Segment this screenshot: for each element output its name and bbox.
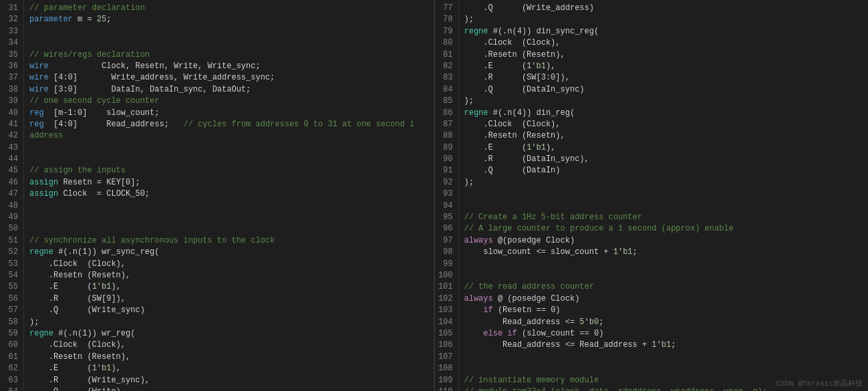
- code-segment: #(.n(4)) din_sync_reg(: [493, 27, 599, 36]
- line-number: 43: [3, 142, 18, 154]
- code-segment: .Clock (Clock),: [464, 120, 561, 129]
- line-number: 95: [438, 212, 453, 223]
- line-number: 34: [3, 37, 18, 49]
- code-segment: Resetn = KEY[0];: [58, 178, 140, 187]
- code-segment: else if: [483, 329, 517, 338]
- code-line: [29, 154, 428, 165]
- line-number: 64: [3, 386, 18, 391]
- code-segment: .Resetn (Resetn),: [464, 131, 565, 140]
- line-number: 38: [3, 84, 18, 96]
- code-line: [29, 223, 428, 235]
- code-line: .E (1'b1),: [464, 142, 863, 154]
- line-number: 40: [3, 108, 18, 119]
- code-line: .Clock (Clock),: [29, 340, 428, 351]
- code-line: .R (Write_sync),: [29, 375, 428, 386]
- code-line: // synchronize all asynchronous inputs t…: [29, 235, 428, 247]
- code-segment: 5'b0: [579, 317, 599, 327]
- line-number: 31: [3, 3, 18, 14]
- code-line: wire [3:0] DataIn, DataIn_sync, DataOut;: [29, 84, 428, 96]
- line-number: 78: [438, 14, 453, 25]
- code-line: [29, 142, 428, 154]
- right-code-content: .Q (Write_address));regne #(.n(4)) din_s…: [459, 0, 869, 391]
- code-line: else if (slow_count == 0): [464, 328, 863, 340]
- code-line: .Q (Write_address): [464, 3, 863, 14]
- code-line: [464, 201, 863, 212]
- code-line: regne #(.n(1)) wr_reg(: [29, 328, 428, 340]
- code-line: .E (1'b1),: [464, 61, 863, 72]
- line-number: 59: [3, 328, 18, 340]
- line-number: 41: [3, 119, 18, 130]
- code-line: [29, 201, 428, 212]
- code-segment: // module ram32x4 (clock, data, rdaddres…: [464, 387, 768, 391]
- line-number: 45: [3, 165, 18, 176]
- code-line: assign Clock = CLOCK_50;: [29, 188, 428, 200]
- line-number: 105: [438, 328, 453, 340]
- line-number: 100: [438, 270, 453, 281]
- code-line: .R (SW[9]),: [29, 293, 428, 305]
- code-segment: 1'b1: [652, 340, 671, 350]
- line-number: 82: [438, 61, 453, 72]
- code-segment: Write_address, Write_address_sync;: [78, 73, 275, 82]
- code-segment: regne: [29, 329, 58, 338]
- code-line: address: [29, 130, 428, 142]
- code-segment: // cycles from addresses 0 to 31 at one …: [183, 120, 414, 129]
- code-segment: 25: [97, 15, 106, 24]
- code-segment: always: [464, 236, 498, 245]
- line-number: 96: [438, 223, 453, 235]
- code-segment: // synchronize all asynchronous inputs t…: [29, 236, 275, 245]
- code-line: regne #(.n(4)) din_sync_reg(: [464, 26, 863, 37]
- code-line: always @ (posedge Clock): [464, 293, 863, 305]
- code-segment: @ (posedge Clock): [498, 294, 579, 303]
- watermark: CSDN @Terasic友晶科技: [776, 378, 863, 388]
- code-segment: DataIn, DataIn_sync, DataOut;: [78, 85, 251, 94]
- code-segment: .R (Write_sync),: [29, 376, 150, 385]
- code-segment: #(.n(1)) wr_reg(: [58, 329, 135, 338]
- line-number: 80: [438, 37, 453, 49]
- code-line: regne #(.n(1)) wr_sync_reg(: [29, 247, 428, 258]
- code-segment: reg: [29, 120, 53, 129]
- code-segment: .Clock (Clock),: [29, 340, 126, 350]
- code-line: slow_count <= slow_count + 1'b1;: [464, 247, 863, 258]
- line-number: 42: [3, 130, 18, 142]
- code-segment: .E (: [464, 143, 527, 152]
- line-number: 81: [438, 49, 453, 61]
- left-panel: 3132333435363738394041424344454647484950…: [0, 0, 434, 391]
- code-line: // assign the inputs: [29, 165, 428, 176]
- code-segment: );: [29, 317, 39, 327]
- code-segment: // assign the inputs: [29, 166, 126, 175]
- code-segment: ),: [546, 143, 555, 152]
- code-line: Read_address <= 5'b0;: [464, 317, 863, 328]
- line-number: 109: [438, 375, 453, 386]
- code-segment: // the read address counter: [464, 282, 594, 291]
- code-segment: slow_count <= slow_count +: [464, 247, 613, 257]
- code-line: [464, 270, 863, 281]
- code-segment: assign: [29, 178, 58, 187]
- code-segment: [3:0]: [53, 85, 78, 94]
- left-line-numbers: 3132333435363738394041424344454647484950…: [0, 0, 24, 391]
- code-line: .Clock (Clock),: [464, 119, 863, 130]
- code-segment: [464, 329, 484, 338]
- code-segment: .Q (DataIn): [464, 166, 561, 175]
- code-segment: slow_count;: [87, 108, 159, 118]
- code-line: reg [m-1:0] slow_count;: [29, 108, 428, 119]
- line-number: 103: [438, 305, 453, 316]
- code-segment: Read_address;: [78, 120, 183, 129]
- code-line: [464, 363, 863, 374]
- code-line: // wires/regs declaration: [29, 49, 428, 61]
- code-line: Read_address <= Read_address + 1'b1;: [464, 340, 863, 351]
- code-segment: regne: [464, 108, 493, 118]
- code-segment: .Q (Write_sync): [29, 305, 145, 315]
- line-number: 32: [3, 14, 18, 25]
- code-segment: .Resetn (Resetn),: [464, 50, 565, 59]
- code-segment: // Create a 1Hz 5-bit address counter: [464, 213, 642, 222]
- code-segment: Clock, Resetn, Write, Write_sync;: [49, 61, 261, 71]
- code-segment: reg: [29, 108, 53, 118]
- code-segment: ),: [111, 364, 120, 373]
- code-line: .R (DataIn_sync),: [464, 154, 863, 165]
- line-number: 87: [438, 119, 453, 130]
- code-segment: if: [483, 305, 492, 315]
- code-segment: ;: [106, 15, 111, 24]
- line-number: 97: [438, 235, 453, 247]
- code-segment: address: [29, 131, 63, 140]
- code-line: .E (1'b1),: [29, 281, 428, 293]
